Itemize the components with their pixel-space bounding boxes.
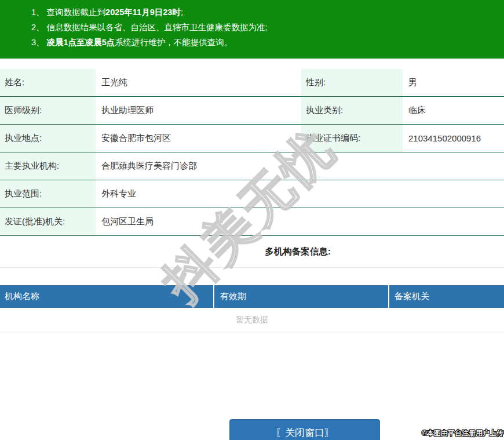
col-header-institution-name: 机构名称	[0, 285, 213, 308]
notice-line-3: 3、 凌晨1点至凌晨5点系统进行维护，不能提供查询。	[31, 35, 504, 50]
col-header-filing-authority: 备案机关	[389, 285, 504, 308]
certificate-no-label: 执业证书编码:	[301, 125, 403, 152]
main-institution-label: 主要执业机构:	[0, 152, 96, 180]
practice-place-label: 执业地点:	[0, 125, 96, 152]
close-window-button[interactable]: 〖关闭窗口〗	[229, 419, 380, 440]
name-value: 王光纯	[96, 69, 301, 97]
issuing-authority-value: 包河区卫生局	[96, 208, 504, 236]
practice-place-value: 安徽合肥市包河区	[96, 125, 301, 152]
doctor-level-value: 执业助理医师	[96, 97, 301, 125]
practice-type-label: 执业类别:	[301, 97, 403, 125]
notice-line-2: 2、 信息数据结果以各省、自治区、直辖市卫生健康委数据为准;	[31, 20, 504, 35]
gender-label: 性别:	[301, 69, 403, 97]
main-institution-value: 合肥薙典医疗美容门诊部	[96, 152, 504, 180]
practice-scope-value: 外科专业	[96, 180, 504, 208]
issuing-authority-label: 发证(批准)机关:	[0, 208, 96, 236]
upload-credit-text: ©本图由平台注册用户上传	[422, 428, 503, 438]
notice-banner: 1、 查询数据截止到2025年11月9日23时; 2、 信息数据结果以各省、自治…	[0, 0, 504, 59]
filing-table-header: 机构名称 有效期 备案机关	[0, 285, 504, 308]
certificate-no-value: 210341502000916	[403, 125, 504, 152]
notice-line-1: 1、 查询数据截止到2025年11月9日23时;	[31, 5, 504, 20]
no-data-row: 暂无数据	[0, 308, 504, 332]
doctor-level-label: 医师级别:	[0, 97, 96, 125]
filing-section-heading: 多机构备案信息:	[0, 236, 504, 268]
spacer	[0, 268, 504, 285]
practice-scope-label: 执业范围:	[0, 180, 96, 208]
col-header-validity-period: 有效期	[214, 285, 388, 308]
name-label: 姓名:	[0, 69, 96, 97]
doctor-info-table: 姓名: 王光纯 性别: 男 医师级别: 执业助理医师 执业类别: 临床 执业地点…	[0, 69, 504, 236]
gender-value: 男	[403, 69, 504, 97]
practice-type-value: 临床	[403, 97, 504, 125]
